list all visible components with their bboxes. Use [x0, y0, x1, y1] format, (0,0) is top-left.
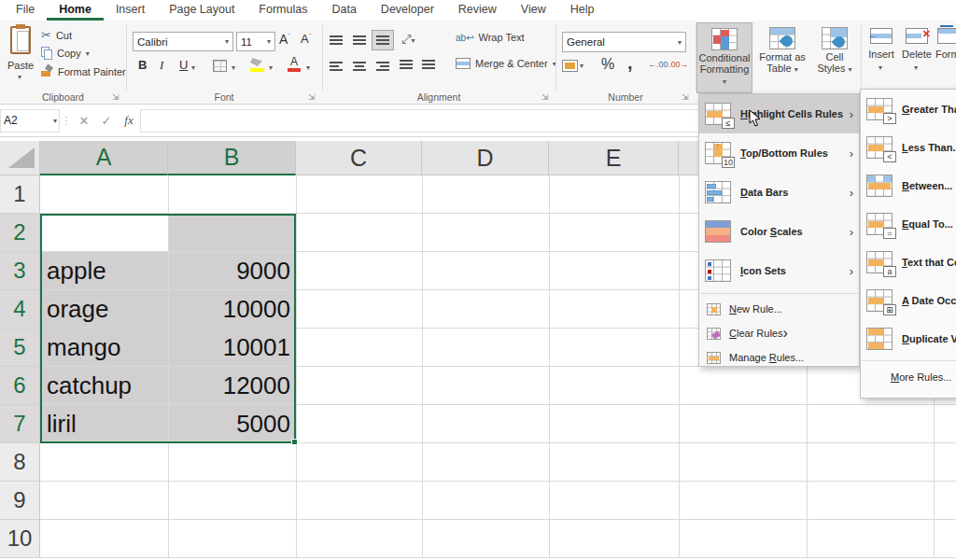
- fill-color-button[interactable]: [250, 58, 264, 72]
- tab-formulas[interactable]: Formulas: [246, 0, 319, 21]
- submenu-item-equal-to[interactable]: = Equal To...: [861, 204, 956, 243]
- submenu-item-between[interactable]: Between...: [861, 166, 956, 204]
- tab-insert[interactable]: Insert: [104, 0, 157, 21]
- submenu-arrow-icon: ›: [850, 225, 853, 239]
- column-header-b[interactable]: B: [168, 141, 296, 175]
- orientation-button[interactable]: ⤢▾: [401, 32, 415, 47]
- conditional-formatting-button[interactable]: Conditional Formatting ▾: [696, 22, 752, 93]
- submenu-item-duplicate-values[interactable]: Duplicate Values...: [861, 319, 956, 357]
- align-right-button[interactable]: [376, 62, 389, 71]
- tab-developer[interactable]: Developer: [369, 0, 446, 21]
- duplicate-values-icon: [866, 328, 893, 350]
- borders-button[interactable]: [213, 60, 227, 72]
- column-header-a[interactable]: A: [40, 141, 168, 175]
- bold-button[interactable]: B: [138, 58, 147, 72]
- tab-page-layout[interactable]: Page Layout: [157, 0, 246, 21]
- cut-button[interactable]: ✂ Cut: [41, 28, 72, 42]
- clipboard-dialog-launcher-icon[interactable]: ⇲: [112, 92, 120, 102]
- row-header-5[interactable]: 5: [0, 329, 40, 367]
- wrap-text-button[interactable]: ab↩ Wrap Text: [456, 32, 525, 43]
- bottom-align-button[interactable]: [372, 30, 394, 50]
- tab-view[interactable]: View: [509, 0, 558, 21]
- conditional-formatting-icon: [711, 28, 738, 50]
- underline-button[interactable]: U: [179, 58, 188, 72]
- copy-icon: [41, 47, 52, 60]
- menu-item-clear-rules[interactable]: Clear Rules ›: [699, 321, 859, 345]
- font-color-swatch: [288, 68, 301, 72]
- name-box[interactable]: A2 ▾: [0, 109, 60, 133]
- row-header-1[interactable]: 1: [0, 175, 40, 214]
- decrease-indent-button[interactable]: [400, 60, 413, 69]
- copy-button[interactable]: Copy ▾: [41, 47, 90, 60]
- enter-button[interactable]: ✓: [95, 114, 118, 128]
- dropdown-arrow-icon: ▾: [306, 63, 310, 72]
- submenu-item-a-date-occurring[interactable]: ⊞ A Date Occurring...: [861, 281, 956, 319]
- alignment-dialog-launcher-icon[interactable]: ⇲: [541, 92, 549, 102]
- increase-indent-button[interactable]: [422, 60, 435, 69]
- accounting-icon: [562, 60, 578, 72]
- row-header-6[interactable]: 6: [0, 367, 40, 405]
- between-icon: [866, 175, 893, 197]
- cancel-button[interactable]: ✕: [73, 114, 95, 128]
- submenu-item-greater-than[interactable]: > Greater Than...: [861, 90, 956, 128]
- menu-item-icon-sets[interactable]: Icon Sets ›: [699, 251, 859, 290]
- number-dialog-launcher-icon[interactable]: ⇲: [682, 92, 689, 102]
- fill-handle[interactable]: [291, 439, 298, 445]
- dropdown-arrow-icon: ▾: [86, 49, 90, 58]
- italic-button[interactable]: I: [160, 58, 163, 73]
- dropdown-arrow-icon: ▾: [232, 63, 235, 72]
- comma-style-button[interactable]: ,: [627, 52, 633, 74]
- tab-file[interactable]: File: [4, 0, 47, 21]
- row-header-3[interactable]: 3: [0, 252, 40, 290]
- format-painter-button[interactable]: Format Painter: [41, 65, 126, 77]
- menu-item-color-scales[interactable]: Color Scales ›: [699, 212, 859, 251]
- center-button[interactable]: [353, 62, 366, 71]
- number-format-combo[interactable]: General ▾: [562, 32, 686, 52]
- row-header-10[interactable]: 10: [0, 520, 40, 558]
- dropdown-arrow-icon: ▾: [18, 73, 21, 81]
- percent-style-button[interactable]: %: [601, 56, 614, 73]
- accounting-format-button[interactable]: ▾: [562, 60, 583, 72]
- increase-font-size-button[interactable]: Aˆ: [279, 32, 290, 47]
- tab-data[interactable]: Data: [319, 0, 368, 21]
- middle-align-button[interactable]: [353, 35, 366, 45]
- data-bars-icon: [705, 181, 731, 203]
- merge-center-button[interactable]: Merge & Center ▾: [456, 58, 556, 69]
- font-dialog-launcher-icon[interactable]: ⇲: [308, 92, 316, 102]
- column-header-c[interactable]: C: [296, 141, 422, 175]
- top-align-button[interactable]: [330, 35, 343, 45]
- dropdown-arrow-icon: ▾: [914, 63, 918, 72]
- menu-item-top-bottom-rules[interactable]: ↑ 10 Top/Bottom Rules ›: [699, 133, 859, 173]
- cell-styles-button[interactable]: Cell Styles ▾: [810, 22, 859, 93]
- column-header-e[interactable]: E: [549, 141, 679, 175]
- row-header-9[interactable]: 9: [0, 482, 40, 520]
- row-header-4[interactable]: 4: [0, 290, 40, 329]
- row-header-8[interactable]: 8: [0, 443, 40, 482]
- format-as-table-button[interactable]: Format as Table ▾: [756, 22, 808, 93]
- insert-function-button[interactable]: fx: [118, 113, 140, 128]
- tab-help[interactable]: Help: [558, 0, 607, 21]
- increase-decimal-button[interactable]: ←.00: [648, 60, 668, 69]
- font-color-button[interactable]: A: [288, 56, 301, 72]
- decrease-decimal-button[interactable]: .00→: [668, 60, 689, 69]
- tab-review[interactable]: Review: [446, 0, 509, 21]
- align-left-button[interactable]: [330, 62, 343, 71]
- submenu-item-more-rules[interactable]: More Rules...: [861, 364, 956, 390]
- formula-bar-splitter[interactable]: ⋮: [60, 115, 73, 127]
- menu-item-new-rule[interactable]: New Rule...: [699, 297, 859, 321]
- select-all-button[interactable]: [0, 141, 40, 175]
- row-header-2[interactable]: 2: [0, 214, 40, 252]
- font-name-combo[interactable]: Calibri ▾: [133, 32, 233, 51]
- submenu-item-less-than[interactable]: < Less Than...: [861, 128, 956, 166]
- menu-item-manage-rules[interactable]: Manage Rules...: [699, 345, 859, 370]
- format-painter-icon: [41, 65, 53, 77]
- decrease-font-size-button[interactable]: Aˇ: [301, 32, 311, 46]
- row-header-7[interactable]: 7: [0, 405, 40, 443]
- tab-home[interactable]: Home: [47, 0, 104, 21]
- menu-item-data-bars[interactable]: Data Bars ›: [699, 173, 859, 212]
- submenu-item-text-that-contains[interactable]: a Text that Contains...: [861, 243, 956, 281]
- format-as-table-icon: [769, 27, 795, 49]
- font-size-combo[interactable]: 11 ▾: [236, 32, 275, 51]
- menu-item-highlight-cells-rules[interactable]: ≤ Highlight Cells Rules ›: [699, 94, 859, 133]
- column-header-d[interactable]: D: [422, 141, 549, 175]
